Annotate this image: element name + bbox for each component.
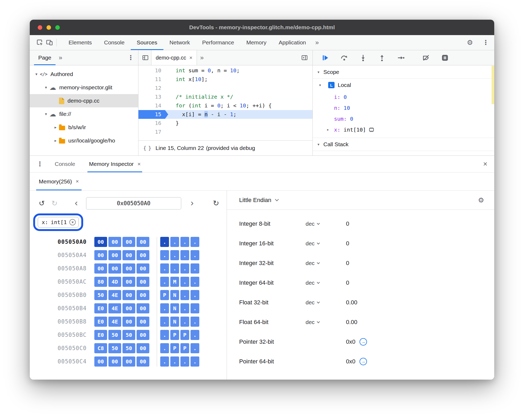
close-window-button[interactable] [38,25,42,30]
close-tab-icon[interactable]: × [189,55,193,61]
ascii-cell[interactable]: P [180,330,189,340]
byte-cell[interactable]: 00 [137,290,149,300]
code-line-13[interactable]: 13 /* initialize x */ [138,93,312,101]
ascii-cell[interactable]: . [180,277,189,287]
tab-application[interactable]: Application [273,35,312,50]
byte-cell[interactable]: 00 [94,250,107,260]
pretty-print-icon[interactable]: { } [143,145,151,151]
ascii-cell[interactable]: . [191,277,199,287]
byte-cell[interactable]: 00 [137,356,149,367]
pause-on-exceptions-icon[interactable] [441,54,449,61]
byte-cell[interactable]: 00 [137,303,149,313]
step-over-icon[interactable] [341,54,348,61]
byte-cell[interactable]: 4E [108,317,121,327]
ascii-cell[interactable]: N [170,303,179,313]
previous-page-icon[interactable]: ‹ [72,199,80,208]
next-page-icon[interactable]: › [188,199,196,208]
byte-cell[interactable]: 4E [108,290,121,300]
byte-cell[interactable]: C8 [94,343,107,353]
remove-highlight-icon[interactable]: × [69,219,76,225]
byte-cell[interactable]: 50 [94,290,107,300]
close-drawer-icon[interactable]: × [483,160,487,168]
byte-cell[interactable]: 00 [108,237,121,247]
highlighted-object-chip[interactable]: x: int[1 × [38,217,79,228]
byte-cell[interactable]: 4E [108,303,121,313]
tab-console[interactable]: Console [98,35,131,50]
ascii-cell[interactable]: N [170,317,179,327]
editor-tab-demo-cpp[interactable]: demo-cpp.cc × [151,50,197,65]
tree-item-demo-cpp-cc[interactable]: demo-cpp.cc [30,94,138,107]
ascii-cell[interactable]: . [180,317,189,327]
memory-settings-gear-icon[interactable]: ⚙ [478,197,484,204]
line-number[interactable]: 17 [138,128,165,136]
format-select[interactable]: dec [306,221,346,227]
settings-gear-icon[interactable]: ⚙ [467,39,473,46]
ascii-cell[interactable]: . [160,303,169,313]
byte-cell[interactable]: 00 [94,263,107,274]
code-area[interactable]: 10 int sum = 0, n = 10;11 int x[10];1213… [138,65,312,140]
ascii-cell[interactable]: N [170,290,179,300]
chevron-collapsed-icon[interactable]: ▸ [52,138,59,143]
deactivate-breakpoints-icon[interactable] [422,54,430,61]
byte-cell[interactable]: 00 [108,250,121,260]
byte-cell[interactable]: 00 [108,263,121,274]
ascii-cell[interactable]: . [191,263,199,274]
ascii-cell[interactable]: . [160,343,169,353]
ascii-cell[interactable]: P [160,290,169,300]
line-number[interactable]: 10 [138,66,165,75]
chevron-expanded-icon[interactable]: ▾ [43,112,49,116]
chevron-expanded-icon[interactable]: ▾ [33,72,40,77]
ascii-cell[interactable]: . [180,356,189,367]
ascii-cell[interactable]: . [180,237,189,247]
code-text[interactable] [165,84,312,93]
byte-cell[interactable]: 80 [94,277,107,287]
ascii-cell[interactable]: . [170,250,179,260]
navigator-menu-icon[interactable]: ⋮ [128,54,134,61]
code-line-17[interactable]: 17 [138,128,312,136]
code-line-15[interactable]: 15 x[i] = n - i - 1; [138,110,312,119]
ascii-cell[interactable]: . [180,250,189,260]
byte-cell[interactable]: 00 [137,343,149,353]
byte-cell[interactable]: 00 [137,250,149,260]
byte-cell[interactable]: E0 [94,303,107,313]
chevron-collapsed-icon[interactable]: ▸ [327,128,334,132]
byte-cell[interactable]: 00 [122,250,135,260]
inspect-element-icon[interactable] [35,38,45,47]
scope-local-row[interactable]: ▾ L Local [313,79,494,91]
code-text[interactable]: /* initialize x */ [165,93,312,101]
byte-cell[interactable]: 00 [122,237,135,247]
tab-memory[interactable]: Memory [240,35,273,50]
customize-devtools-icon[interactable]: ⋮ [483,39,489,46]
ascii-cell[interactable]: . [191,237,199,247]
byte-cell[interactable]: 00 [122,317,135,327]
ascii-cell[interactable]: . [180,290,189,300]
byte-cell[interactable]: E0 [94,330,107,340]
device-toolbar-icon[interactable] [45,38,54,47]
ascii-cell[interactable]: M [170,277,179,287]
endianness-select[interactable]: Little Endian [239,197,278,204]
line-number[interactable]: 12 [138,84,165,93]
minimize-window-button[interactable] [47,25,51,30]
tab-network[interactable]: Network [163,35,196,50]
tree-item-usr-local-google-ho[interactable]: ▸usr/local/google/ho [30,134,138,147]
format-select[interactable]: dec [306,280,346,286]
byte-cell[interactable]: 00 [137,330,149,340]
format-select[interactable]: dec [306,299,346,306]
ascii-cell[interactable]: . [191,343,199,353]
chevron-collapsed-icon[interactable]: ▸ [52,125,59,130]
byte-cell[interactable]: 00 [122,277,135,287]
jump-to-pointer-icon[interactable]: → [360,358,367,365]
drawer-tab-memory-inspector[interactable]: Memory Inspector × [87,156,142,172]
ascii-cell[interactable]: . [191,356,199,367]
more-panels-icon[interactable]: » [315,39,319,46]
byte-cell[interactable]: 00 [122,290,135,300]
scope-section-header[interactable]: ▾ Scope [313,65,494,79]
tree-item-memory-inspector-glit[interactable]: ▾☁memory-inspector.glit [30,81,138,94]
format-select[interactable]: dec [306,260,346,266]
line-number[interactable]: 11 [138,75,165,84]
step-into-icon[interactable] [360,54,367,61]
byte-cell[interactable]: E0 [94,317,107,327]
close-tab-icon[interactable]: × [76,178,79,184]
byte-cell[interactable]: 00 [122,263,135,274]
format-select[interactable]: dec [306,240,346,247]
